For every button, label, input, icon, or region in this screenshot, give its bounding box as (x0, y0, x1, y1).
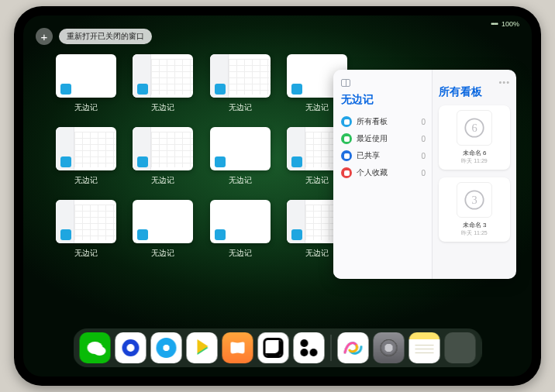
freeform-app-icon[interactable] (338, 332, 369, 363)
window-tile[interactable]: 无边记 (132, 200, 195, 259)
category-icon (341, 150, 352, 161)
dock-separator (331, 335, 332, 361)
play-app-icon[interactable] (187, 332, 218, 363)
sidebar-item[interactable]: 已共享0 (341, 147, 426, 164)
sidebar-item-count: 0 (421, 118, 426, 126)
new-window-button[interactable]: + (36, 28, 53, 45)
window-tile[interactable]: 无边记 (54, 127, 118, 186)
category-icon (341, 116, 352, 127)
board-thumbnail: 3 (457, 182, 492, 218)
window-tile[interactable]: 无边记 (54, 54, 118, 113)
window-label: 无边记 (151, 175, 174, 186)
window-thumbnail (133, 127, 193, 170)
sidebar-item-label: 最近使用 (357, 133, 388, 144)
window-thumbnail (56, 54, 116, 98)
hdplayer-app-icon[interactable] (115, 332, 147, 363)
windows-grid: 无边记无边记无边记无边记无边记无边记无边记无边记无边记无边记无边记无边记 (54, 54, 349, 259)
panel-content: ••• 所有看板 6 未命名 6 昨天 11:29 3 未命名 3 昨天 11:… (433, 70, 516, 279)
books-app-icon[interactable] (222, 332, 253, 363)
freeform-panel[interactable]: 无边记 所有看板0最近使用0已共享0个人收藏0 ••• 所有看板 6 未命名 6… (333, 70, 516, 279)
window-label: 无边记 (74, 102, 98, 113)
panel-more-button[interactable]: ••• (498, 77, 510, 85)
window-label: 无边记 (305, 248, 329, 259)
window-thumbnail (210, 200, 271, 243)
battery-percent: 100% (502, 20, 519, 28)
window-label: 无边记 (74, 175, 98, 186)
dock (74, 328, 482, 367)
window-label: 无边记 (229, 248, 252, 259)
notes-app-icon[interactable] (409, 332, 440, 363)
sidebar-item-label: 已共享 (357, 150, 380, 161)
sidebar-item[interactable]: 个人收藏0 (341, 164, 426, 181)
top-left-controls: + 重新打开已关闭的窗口 (36, 28, 152, 45)
window-label: 无边记 (305, 175, 329, 186)
sidebar-item-count: 0 (421, 152, 426, 160)
category-icon (341, 167, 352, 178)
sidebar-toggle-icon[interactable] (341, 79, 350, 87)
board-subtitle: 昨天 11:29 (461, 157, 487, 165)
ipad-screen: •••• 100% + 重新打开已关闭的窗口 无边记无边记无边记无边记无边记无边… (23, 15, 532, 377)
window-label: 无边记 (74, 248, 98, 259)
sidebar-item-label: 个人收藏 (357, 167, 388, 178)
window-thumbnail (56, 200, 116, 243)
category-icon (341, 133, 352, 144)
window-thumbnail (56, 127, 116, 170)
window-thumbnail (210, 127, 271, 170)
window-tile[interactable]: 无边记 (132, 127, 195, 186)
window-label: 无边记 (151, 102, 174, 113)
panel-left-title: 无边记 (341, 93, 426, 107)
board-thumbnail: 6 (457, 110, 492, 146)
ctrl-app-icon[interactable] (294, 332, 325, 363)
window-tile[interactable]: 无边记 (54, 200, 118, 259)
panel-sidebar: 无边记 所有看板0最近使用0已共享0个人收藏0 (333, 70, 433, 279)
window-thumbnail (210, 54, 271, 98)
board-card[interactable]: 6 未命名 6 昨天 11:29 (439, 105, 510, 170)
board-name: 未命名 6 (463, 149, 487, 157)
browser-app-icon[interactable] (151, 332, 182, 363)
svg-text:3: 3 (471, 194, 477, 206)
sidebar-item-count: 0 (421, 169, 426, 177)
group-app-icon[interactable] (445, 332, 476, 363)
window-thumbnail (133, 54, 193, 98)
dice-app-icon[interactable] (258, 332, 289, 363)
window-tile[interactable]: 无边记 (132, 54, 195, 113)
sidebar-item[interactable]: 最近使用0 (341, 130, 426, 147)
window-tile[interactable]: 无边记 (209, 54, 272, 113)
window-label: 无边记 (305, 102, 329, 113)
sidebar-item-count: 0 (421, 135, 426, 143)
window-label: 无边记 (229, 175, 252, 186)
panel-right-title: 所有看板 (439, 85, 510, 99)
board-card[interactable]: 3 未命名 3 昨天 11:25 (439, 177, 510, 242)
reopen-closed-window-button[interactable]: 重新打开已关闭的窗口 (59, 29, 152, 44)
sidebar-item[interactable]: 所有看板0 (341, 113, 426, 130)
svg-text:6: 6 (471, 122, 477, 134)
window-thumbnail (133, 200, 193, 243)
ipad-device: •••• 100% + 重新打开已关闭的窗口 无边记无边记无边记无边记无边记无边… (14, 6, 541, 386)
status-bar: •••• 100% (491, 20, 519, 28)
settings-app-icon[interactable] (374, 332, 405, 363)
window-tile[interactable]: 无边记 (209, 127, 272, 186)
board-subtitle: 昨天 11:25 (461, 229, 487, 237)
window-label: 无边记 (151, 248, 174, 259)
board-name: 未命名 3 (463, 221, 487, 229)
wechat-app-icon[interactable] (80, 332, 111, 363)
window-label: 无边记 (229, 102, 252, 113)
wifi-signal-icon: •••• (491, 20, 498, 28)
window-tile[interactable]: 无边记 (209, 200, 272, 259)
sidebar-item-label: 所有看板 (357, 116, 388, 127)
